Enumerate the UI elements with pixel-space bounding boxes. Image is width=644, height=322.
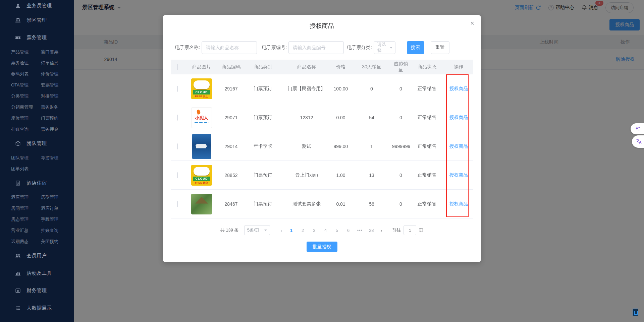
column-header: 30天销量	[351, 64, 392, 70]
sidebar-subitem[interactable]: 对接管理	[41, 90, 74, 102]
sidebar-subitem[interactable]: 票务验证	[11, 57, 41, 68]
sidebar-item-label: 业务员管理	[26, 3, 52, 9]
product-sales-30d: 54	[351, 115, 392, 120]
sidebar-item-building[interactable]: 景区管理	[0, 11, 74, 29]
close-icon[interactable]: ×	[470, 20, 474, 26]
sidebar-item-finance[interactable]: 财务管理	[0, 282, 74, 299]
sidebar-submenu: 团队管理导游管理团单列表	[0, 152, 74, 174]
ticket-category-select[interactable]: 请选择	[374, 41, 395, 54]
batch-authorize-button[interactable]: 批量授权	[307, 242, 337, 252]
sidebar-subitem[interactable]: 门票预约	[41, 113, 74, 124]
authorize-link[interactable]: 授权商品	[449, 115, 468, 120]
ticket-name-input[interactable]	[202, 41, 257, 54]
sidebar-subitem[interactable]: 挂账查询	[41, 225, 74, 236]
product-status: 正常销售	[410, 86, 444, 92]
sidebar-group: 活动及工具	[0, 264, 74, 282]
sidebar-submenu: 产品管理窗口售票票务验证订单信息券码列表评价管理OTA管理套票管理分类管理对接管…	[0, 46, 74, 135]
sidebar-item-label: 票务管理	[26, 35, 47, 41]
ticket-code-input[interactable]	[288, 41, 344, 54]
sidebar-item-ticket[interactable]: 票务管理	[0, 29, 74, 46]
authorize-link[interactable]: 授权商品	[449, 201, 468, 206]
select-all-checkbox[interactable]	[177, 64, 178, 70]
hotel-icon	[15, 180, 21, 186]
sidebar-subitem[interactable]: 分类管理	[11, 90, 41, 102]
sidebar-subitem[interactable]: 导游管理	[41, 152, 74, 163]
sidebar-group: 酒店住宿酒店管理房型管理房间管理酒店订单房态管理手牌管理营业汇总挂账查询远期房态…	[0, 174, 74, 247]
product-price: 999.00	[330, 144, 351, 149]
sidebar-subitem[interactable]: 票务财务	[41, 102, 74, 113]
page-number-1[interactable]: 1	[289, 228, 294, 233]
sidebar-subitem[interactable]: 手牌管理	[41, 214, 74, 225]
product-category: 门票预订	[243, 86, 283, 92]
sidebar-subitem[interactable]: 房间管理	[11, 203, 41, 214]
sidebar-group: 会员用户	[0, 247, 74, 264]
row-checkbox[interactable]	[177, 201, 178, 207]
row-checkbox[interactable]	[177, 143, 178, 149]
page-number-28[interactable]: 28	[369, 228, 374, 233]
column-header: 商品图片	[184, 64, 219, 70]
prev-page-icon[interactable]: ‹	[281, 228, 282, 233]
table-header-row: 商品图片商品编码商品类别商品名称价格30天销量虚拟销量商品状态操作	[171, 60, 473, 74]
sidebar-subitem[interactable]: 团队管理	[11, 152, 41, 163]
product-virtual-sales: 0	[392, 86, 410, 91]
product-sales-30d: 13	[351, 173, 392, 178]
product-name: 12312	[283, 115, 330, 120]
column-header: 操作	[444, 64, 473, 70]
console-widget[interactable]	[633, 309, 638, 316]
ticket-name-label: 电子票名称:	[175, 45, 200, 51]
row-checkbox[interactable]	[177, 172, 178, 178]
page-number-4[interactable]: 4	[323, 228, 328, 233]
row-checkbox[interactable]	[177, 86, 178, 92]
sidebar-subitem[interactable]: 票务押金	[41, 124, 74, 135]
authorize-link[interactable]: 授权商品	[449, 172, 468, 178]
product-price: 100.00	[330, 86, 351, 91]
sidebar-subitem[interactable]: 房态管理	[11, 214, 41, 225]
reset-button[interactable]: 重置	[431, 41, 449, 54]
page-number-3[interactable]: 3	[312, 228, 317, 233]
sidebar-subitem[interactable]: 美团预约	[41, 236, 74, 247]
search-button[interactable]: 搜索	[407, 41, 424, 54]
sidebar-subitem[interactable]: 酒店管理	[11, 192, 41, 203]
page-size-select[interactable]: 5条/页	[244, 225, 270, 235]
sidebar-subitem[interactable]: 酒店订单	[41, 203, 74, 214]
page-number-5[interactable]: 5	[334, 228, 340, 233]
next-page-icon[interactable]: ›	[380, 228, 382, 233]
sidebar-subitem[interactable]: 分销商管理	[11, 102, 41, 113]
sidebar-subitem[interactable]: 座位管理	[11, 113, 41, 124]
ticket-category-label: 电子票分类:	[347, 45, 372, 51]
sidebar-subitem[interactable]: OTA管理	[11, 79, 41, 90]
sidebar-subitem[interactable]: 订单信息	[41, 57, 74, 68]
translate-button[interactable]	[632, 135, 644, 148]
ai-assistant-button[interactable]	[631, 123, 644, 134]
sidebar-subitem[interactable]: 团单列表	[11, 163, 41, 174]
sidebar-item-hotel[interactable]: 酒店住宿	[0, 174, 74, 192]
sidebar-subitem[interactable]: 券码列表	[11, 68, 41, 79]
sidebar-item-list[interactable]: 大数据展示	[0, 299, 74, 317]
goto-page-input[interactable]	[404, 225, 416, 235]
product-price: 0.00	[330, 115, 351, 120]
sidebar: 业务员管理景区管理票务管理产品管理窗口售票票务验证订单信息券码列表评价管理OTA…	[0, 0, 74, 322]
sidebar-item-user[interactable]: 业务员管理	[0, 0, 74, 11]
page-number-6[interactable]: 6	[346, 228, 351, 233]
pagination-ellipsis[interactable]: •••	[357, 228, 363, 233]
sidebar-subitem[interactable]: 挂账查询	[11, 124, 41, 135]
row-checkbox[interactable]	[177, 115, 178, 121]
product-status: 正常销售	[410, 143, 444, 149]
sidebar-subitem[interactable]: 套票管理	[41, 79, 74, 90]
authorize-link[interactable]: 授权商品	[449, 86, 468, 91]
sidebar-item-box[interactable]: 团队管理	[0, 135, 74, 152]
sidebar-subitem[interactable]: 营业汇总	[11, 225, 41, 236]
sidebar-subitem[interactable]: 房型管理	[41, 192, 74, 203]
sidebar-group: 业务员管理	[0, 0, 74, 11]
sidebar-subitem[interactable]: 评价管理	[41, 68, 74, 79]
page-number-2[interactable]: 2	[300, 228, 306, 233]
product-status: 正常销售	[410, 172, 444, 178]
sidebar-item-users[interactable]: 会员用户	[0, 247, 74, 264]
sidebar-subitem[interactable]: 窗口售票	[41, 46, 74, 57]
sidebar-item-label: 大数据展示	[26, 305, 52, 311]
products-table: 商品图片商品编码商品类别商品名称价格30天销量虚拟销量商品状态操作CLOUDFR…	[171, 60, 473, 218]
sidebar-item-chart[interactable]: 活动及工具	[0, 264, 74, 282]
authorize-link[interactable]: 授权商品	[449, 143, 468, 149]
sidebar-subitem[interactable]: 远期房态	[11, 236, 41, 247]
sidebar-subitem[interactable]: 产品管理	[11, 46, 41, 57]
